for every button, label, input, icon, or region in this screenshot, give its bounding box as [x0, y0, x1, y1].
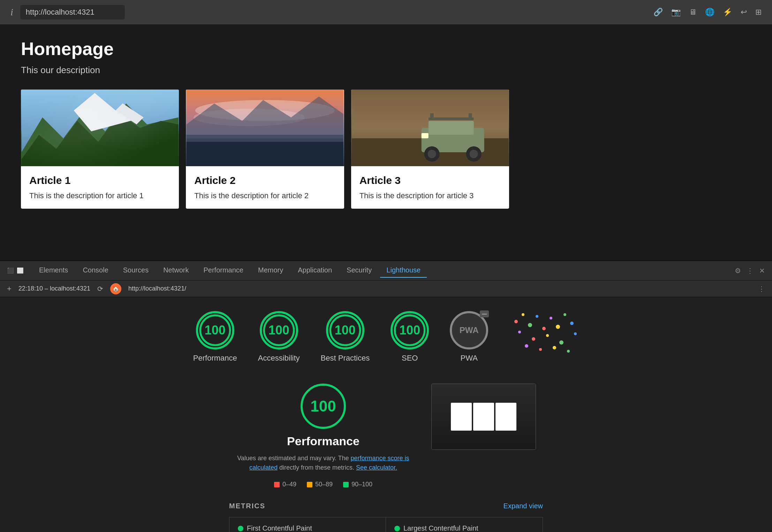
score-legend: 0–49 50–89 90–100 [274, 481, 372, 488]
metric-lcp-name: Largest Contentful Paint [403, 524, 478, 532]
devtools-right-icons: ⚙ ⋮ ✕ [735, 267, 765, 275]
devtools-panel: ⬛ ⬜ Elements Console Sources Network Per… [0, 260, 772, 532]
svg-rect-22 [468, 113, 472, 117]
svg-point-23 [200, 315, 230, 345]
svg-point-25 [330, 315, 360, 345]
svg-point-38 [546, 334, 549, 337]
tab-console[interactable]: Console [76, 263, 114, 278]
svg-point-33 [556, 325, 560, 329]
svg-rect-14 [428, 121, 474, 135]
mini-card-2 [473, 403, 494, 431]
link-icon[interactable]: 🔗 [653, 8, 663, 17]
close-devtools-icon[interactable]: ✕ [759, 267, 765, 275]
tab-memory[interactable]: Memory [252, 263, 289, 278]
performance-detail: 100 Performance Values are estimated and… [14, 384, 758, 488]
metric-lcp: Largest Contentful Paint 0.6 s [386, 517, 543, 532]
mini-card-3 [495, 403, 516, 431]
legend-fail: 0–49 [274, 481, 296, 488]
confetti-decoration [509, 311, 579, 353]
screenshot-inner [432, 384, 536, 449]
svg-rect-0 [22, 90, 179, 166]
cast-icon[interactable]: 🖥 [689, 8, 697, 17]
svg-marker-3 [74, 93, 144, 131]
article-title-1: Article 1 [29, 175, 171, 186]
score-item-seo: 100 SEO [391, 311, 429, 363]
webpage-viewport: Homepage This our description [0, 24, 772, 260]
perf-detail-left: 100 Performance Values are estimated and… [236, 384, 410, 488]
svg-point-16 [427, 150, 436, 158]
svg-point-26 [395, 315, 425, 345]
tab-lighthouse[interactable]: Lighthouse [380, 263, 427, 278]
metric-lcp-dot [394, 526, 400, 531]
devtools-url-display: http://localhost:4321/ [128, 285, 186, 292]
svg-point-44 [567, 350, 570, 353]
page-title: Homepage [21, 38, 751, 59]
article-body-2: Article 2 This is the description for ar… [186, 166, 344, 209]
score-item-accessibility: 100 Accessibility [258, 311, 300, 363]
articles-grid: Article 1 This is the description for ar… [21, 90, 509, 209]
devtools-panel-icon-1[interactable]: ⬛ [7, 267, 14, 274]
score-label-accessibility: Accessibility [258, 354, 300, 363]
globe-icon[interactable]: 🌐 [705, 8, 714, 17]
article-title-2: Article 2 [194, 175, 335, 186]
secondary-more-icon[interactable]: ⋮ [758, 285, 765, 293]
browser-content: Homepage This our description [0, 24, 772, 532]
article-card-2[interactable]: Article 2 This is the description for ar… [186, 90, 344, 209]
browser-frame: i http://localhost:4321 🔗 📷 🖥 🌐 ⚡ ↩ ⊞ Ho… [0, 0, 772, 532]
camera-icon[interactable]: 📷 [671, 8, 681, 17]
svg-point-43 [553, 346, 556, 349]
lighthouse-favicon: 🏠 [110, 283, 121, 294]
devtools-panel-icon-2[interactable]: ⬜ [17, 267, 24, 274]
perf-section-title: Performance [287, 434, 359, 448]
perf-description: Values are estimated and may vary. The p… [236, 454, 410, 472]
svg-point-29 [528, 323, 532, 327]
svg-point-31 [542, 327, 546, 330]
metric-fcp-name: First Contentful Paint [247, 524, 312, 532]
perf-big-score-circle: 100 [301, 384, 346, 429]
url-bar[interactable]: http://localhost:4321 [20, 5, 125, 20]
metrics-title: METRICS [229, 502, 265, 510]
devtools-secondary-bar: + 22:18:10 – localhost:4321 ⟳ 🏠 http://l… [0, 280, 772, 297]
browser-titlebar: i http://localhost:4321 🔗 📷 🖥 🌐 ⚡ ↩ ⊞ [0, 0, 772, 24]
tab-security[interactable]: Security [340, 263, 378, 278]
refresh-icon[interactable]: ⟳ [97, 285, 103, 293]
tab-application[interactable]: Application [292, 263, 338, 278]
tab-network[interactable]: Network [157, 263, 195, 278]
svg-point-39 [559, 340, 563, 345]
score-label-performance: Performance [193, 354, 237, 363]
add-icon[interactable]: + [7, 284, 12, 293]
svg-point-35 [570, 322, 574, 325]
article-card-3[interactable]: Article 3 This is the description for ar… [351, 90, 509, 209]
mini-card-1 [451, 403, 472, 431]
score-circle-performance: 100 [196, 311, 234, 349]
svg-point-27 [514, 320, 518, 323]
more-options-icon[interactable]: ⋮ [747, 267, 754, 275]
metrics-header: METRICS Expand view [229, 502, 543, 510]
extension-icon[interactable]: ⚡ [723, 8, 732, 17]
svg-rect-10 [187, 142, 343, 166]
metric-fcp: First Contentful Paint 0.3 s [229, 517, 386, 532]
tab-elements[interactable]: Elements [33, 263, 74, 278]
tab-sources[interactable]: Sources [117, 263, 155, 278]
score-circle-accessibility: 100 [260, 311, 298, 349]
article-body-3: Article 3 This is the description for ar… [351, 166, 509, 209]
article-card-1[interactable]: Article 1 This is the description for ar… [21, 90, 179, 209]
metric-lcp-name-row: Largest Contentful Paint [394, 524, 534, 532]
tab-performance[interactable]: Performance [197, 263, 250, 278]
back-icon[interactable]: ↩ [741, 8, 747, 17]
timestamp-display: 22:18:10 – localhost:4321 [18, 285, 90, 292]
svg-point-30 [536, 315, 538, 318]
legend-pass: 90–100 [343, 481, 372, 488]
menu-icon[interactable]: ⊞ [755, 8, 762, 17]
score-item-performance: 100 Performance [193, 311, 237, 363]
svg-point-41 [525, 344, 528, 348]
expand-view-button[interactable]: Expand view [504, 502, 543, 510]
score-item-pwa: PWA — PWA [450, 311, 488, 363]
article-title-3: Article 3 [359, 175, 501, 186]
calculator-link[interactable]: See calculator. [356, 464, 397, 471]
svg-point-40 [574, 332, 577, 335]
screenshot-mini-articles [447, 399, 520, 434]
metrics-grid: First Contentful Paint 0.3 s Largest Con… [229, 517, 543, 532]
lighthouse-content: 100 Performance 100 Accessibility [0, 297, 772, 532]
settings-icon[interactable]: ⚙ [735, 267, 741, 275]
